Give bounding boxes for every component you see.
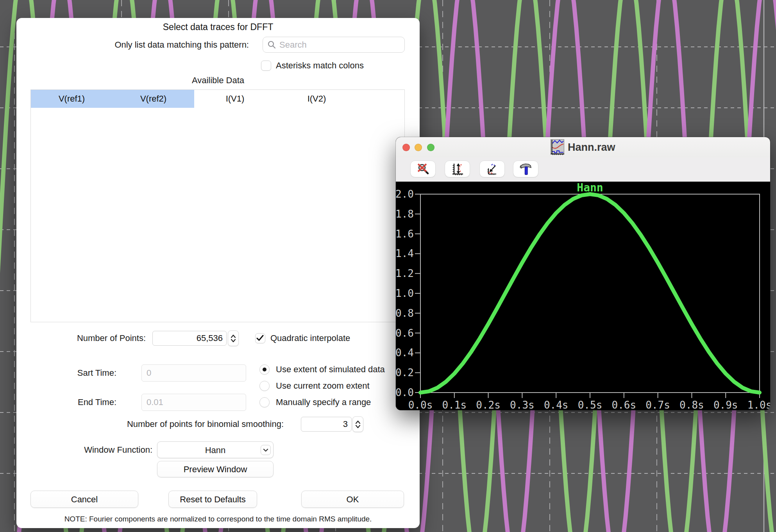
svg-text:0.0: 0.0 <box>396 387 414 398</box>
window-function-select[interactable]: Hann <box>157 441 274 458</box>
hammer-icon <box>519 162 533 176</box>
hann-raw-window: Hann.raw <box>396 137 770 410</box>
svg-text:2.0: 2.0 <box>396 188 414 200</box>
autorange-y-axis-button[interactable] <box>445 161 470 177</box>
svg-text:0.8s: 0.8s <box>679 399 704 410</box>
attach-cursor-button[interactable] <box>479 161 505 177</box>
range-option[interactable]: Use current zoom extent <box>259 381 385 391</box>
binomial-smoothing-stepper[interactable] <box>352 416 363 432</box>
number-of-points-label: Number of Points: <box>16 331 146 346</box>
end-time-field[interactable] <box>141 394 246 411</box>
autorange-y-axis-icon <box>451 163 464 175</box>
close-button[interactable] <box>402 144 410 151</box>
radio-button[interactable] <box>259 381 270 391</box>
svg-text:1.0: 1.0 <box>396 287 414 299</box>
range-option-label: Use extent of simulated data <box>276 364 385 375</box>
svg-text:1.0s: 1.0s <box>747 399 770 410</box>
start-time-label: Sart Time: <box>16 364 116 382</box>
data-item-I(V2)[interactable]: I(V2) <box>276 90 358 108</box>
search-field[interactable] <box>263 37 405 53</box>
start-time-field[interactable] <box>141 364 246 382</box>
window-function-value: Hann <box>205 445 226 455</box>
zoom-disabled-icon <box>417 163 430 175</box>
range-options: Use extent of simulated dataUse current … <box>259 364 385 407</box>
data-item-V(ref2)[interactable]: V(ref2) <box>113 90 194 108</box>
pattern-label: Only list data matching this pattern: <box>16 37 249 53</box>
available-data-heading: Availible Data <box>16 75 420 86</box>
start-time-input[interactable] <box>142 365 246 381</box>
cancel-button[interactable]: Cancel <box>30 491 138 508</box>
svg-text:0.4s: 0.4s <box>544 399 569 410</box>
svg-text:0.5s: 0.5s <box>578 399 603 410</box>
tools-hammer-button[interactable] <box>513 161 538 177</box>
stepper-down-icon <box>355 425 361 428</box>
svg-text:0.9s: 0.9s <box>713 399 738 410</box>
stepper-down-icon <box>231 339 236 343</box>
quadratic-interpolate-checkbox[interactable] <box>255 333 265 343</box>
radio-button[interactable] <box>259 397 270 407</box>
svg-text:0.6s: 0.6s <box>612 399 636 410</box>
attach-cursor-icon <box>486 163 499 175</box>
zoom-button[interactable] <box>427 144 434 151</box>
svg-text:0.6: 0.6 <box>396 327 414 339</box>
dialog-title: Select data traces for DFFT <box>16 22 420 32</box>
window-title: Hann.raw <box>568 137 615 157</box>
quadratic-interpolate-label: Quadratic interpolate <box>270 333 350 343</box>
number-of-points-field[interactable]: 65,536 <box>152 331 227 346</box>
dialog-note: NOTE: Fourier components are normalized … <box>16 515 420 523</box>
svg-text:0.3s: 0.3s <box>510 399 535 410</box>
svg-text:0.1s: 0.1s <box>442 399 467 410</box>
hann-plot: Hann2.01.81.61.41.21.00.80.60.40.20.00.0… <box>396 182 770 410</box>
reset-to-defaults-button[interactable]: Reset to Defaults <box>168 491 257 508</box>
stepper-up-icon <box>355 420 361 424</box>
dfft-dialog: Select data traces for DFFT Only list da… <box>16 18 420 528</box>
available-data-row: V(ref1)V(ref2)I(V1)I(V2) <box>31 90 404 108</box>
binomial-smoothing-label: Number of points for binomial smoothing: <box>16 417 284 432</box>
number-of-points-stepper[interactable] <box>228 330 239 346</box>
plot-toolbar <box>396 157 770 182</box>
range-option[interactable]: Use extent of simulated data <box>259 364 385 375</box>
search-input[interactable] <box>263 37 405 53</box>
svg-text:0.4: 0.4 <box>396 347 414 359</box>
zoom-disabled-button[interactable] <box>410 161 436 177</box>
svg-text:1.6: 1.6 <box>396 228 414 240</box>
svg-text:0.7s: 0.7s <box>645 399 670 410</box>
ok-button[interactable]: OK <box>301 491 404 508</box>
data-item-V(ref1)[interactable]: V(ref1) <box>31 90 113 108</box>
svg-text:0.2s: 0.2s <box>476 399 501 410</box>
svg-text:1.2: 1.2 <box>396 268 414 279</box>
window-function-label: Window Function: <box>16 441 152 458</box>
end-time-input[interactable] <box>142 394 246 411</box>
waveform-document-icon <box>550 139 565 157</box>
end-time-label: End Time: <box>16 394 116 411</box>
asterisks-label: Asterisks match colons <box>276 61 364 71</box>
window-titlebar[interactable]: Hann.raw <box>396 137 770 158</box>
preview-window-button[interactable]: Preview Window <box>157 461 274 477</box>
radio-button[interactable] <box>259 364 270 375</box>
range-option-label: Manually specify a range <box>276 397 371 407</box>
svg-text:0.2: 0.2 <box>396 367 414 378</box>
asterisks-checkbox[interactable] <box>261 61 271 71</box>
available-data-list[interactable]: V(ref1)V(ref2)I(V1)I(V2) <box>30 89 405 322</box>
svg-text:0.8: 0.8 <box>396 307 414 319</box>
minimize-button[interactable] <box>415 144 422 151</box>
stepper-up-icon <box>231 334 236 338</box>
binomial-smoothing-field[interactable]: 3 <box>301 417 352 432</box>
svg-text:1.8: 1.8 <box>396 208 414 220</box>
svg-text:1.4: 1.4 <box>396 248 414 259</box>
range-option-label: Use current zoom extent <box>276 381 370 391</box>
range-option[interactable]: Manually specify a range <box>259 397 385 407</box>
data-item-I(V1)[interactable]: I(V1) <box>194 90 276 108</box>
search-icon <box>267 40 277 51</box>
svg-text:0.0s: 0.0s <box>408 399 433 410</box>
chevron-down-icon[interactable] <box>261 445 271 455</box>
